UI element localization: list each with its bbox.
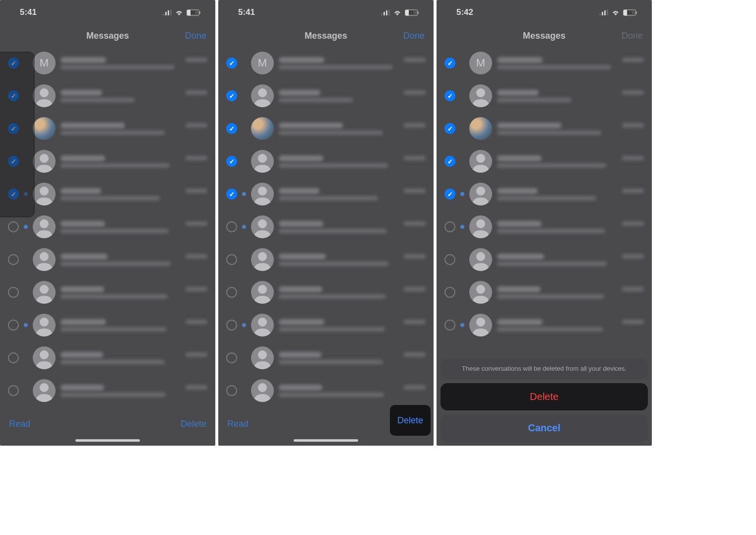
svg-rect-3 [170, 9, 172, 15]
selection-checkbox[interactable] [226, 254, 237, 265]
selection-checkbox[interactable] [8, 58, 19, 68]
selection-checkbox[interactable] [8, 352, 19, 363]
unread-indicator-icon [460, 225, 464, 229]
message-preview-blurred [61, 294, 168, 299]
conversation-row[interactable] [437, 178, 652, 210]
conversation-preview [279, 314, 428, 336]
selection-checkbox[interactable] [444, 287, 455, 298]
selection-checkbox[interactable] [226, 385, 237, 396]
conversation-row[interactable] [0, 210, 215, 243]
conversation-row[interactable] [437, 243, 652, 276]
selection-checkbox[interactable] [444, 189, 455, 200]
done-button[interactable]: Done [185, 31, 206, 41]
timestamp-blurred [186, 189, 207, 193]
avatar [251, 248, 274, 271]
conversation-row[interactable] [0, 309, 215, 341]
selection-checkbox[interactable] [226, 287, 237, 298]
selection-checkbox[interactable] [444, 58, 455, 68]
selection-checkbox[interactable] [444, 221, 455, 232]
svg-point-17 [258, 88, 267, 97]
conversation-row[interactable] [218, 243, 434, 276]
conversation-row[interactable] [437, 112, 652, 145]
conversation-row[interactable] [0, 145, 215, 178]
conversation-row[interactable] [0, 178, 215, 210]
message-preview-blurred [497, 98, 571, 102]
selection-checkbox[interactable] [226, 221, 237, 232]
unread-indicator-icon [24, 192, 28, 196]
conversation-preview [61, 183, 209, 205]
selection-checkbox[interactable] [8, 320, 19, 331]
delete-button[interactable]: Delete [181, 419, 206, 429]
conversation-row[interactable] [437, 309, 652, 341]
sheet-delete-button[interactable]: Delete [441, 383, 648, 410]
conversation-preview [61, 379, 209, 402]
conversation-preview [279, 215, 428, 238]
message-preview-blurred [61, 65, 175, 69]
conversation-row[interactable] [218, 79, 434, 112]
selection-checkbox[interactable] [8, 90, 19, 101]
conversation-row[interactable] [437, 276, 652, 309]
conversation-row[interactable] [437, 79, 652, 112]
contact-name-blurred [497, 155, 542, 161]
contact-name-blurred [61, 385, 104, 391]
conversation-row[interactable] [0, 79, 215, 112]
selection-checkbox[interactable] [226, 58, 237, 68]
home-indicator [75, 439, 140, 442]
selection-checkbox[interactable] [8, 123, 19, 134]
conversation-row[interactable] [218, 112, 434, 145]
conversation-row[interactable] [218, 341, 434, 374]
unread-indicator-icon [24, 225, 28, 229]
conversation-row[interactable] [218, 276, 434, 309]
selection-checkbox[interactable] [8, 221, 19, 232]
avatar [251, 84, 274, 107]
selection-checkbox[interactable] [226, 320, 237, 331]
timestamp-blurred [404, 254, 426, 259]
svg-point-5 [40, 154, 49, 163]
conversation-row[interactable] [218, 309, 434, 341]
conversation-row[interactable] [218, 178, 434, 210]
conversation-row[interactable]: M [0, 47, 215, 79]
selection-checkbox[interactable] [8, 156, 19, 167]
conversation-row[interactable]: M [437, 47, 652, 79]
selection-checkbox[interactable] [226, 189, 237, 200]
svg-rect-1 [165, 12, 167, 15]
selection-checkbox[interactable] [444, 254, 455, 265]
selection-checkbox[interactable] [444, 90, 455, 101]
selection-checkbox[interactable] [444, 156, 455, 167]
conversation-row[interactable] [0, 112, 215, 145]
selection-checkbox[interactable] [226, 90, 237, 101]
conversation-row[interactable] [437, 145, 652, 178]
conversation-row[interactable] [218, 210, 434, 243]
message-list: M [218, 47, 434, 407]
avatar [469, 150, 492, 173]
done-button[interactable]: Done [622, 31, 643, 41]
message-preview-blurred [279, 98, 353, 102]
timestamp-blurred [186, 123, 207, 128]
done-button[interactable]: Done [403, 31, 425, 41]
conversation-row[interactable] [0, 276, 215, 309]
conversation-row[interactable]: M [218, 47, 434, 79]
selection-checkbox[interactable] [8, 254, 19, 265]
selection-checkbox[interactable] [444, 123, 455, 134]
avatar [469, 215, 492, 238]
contact-name-blurred [279, 286, 322, 292]
read-button[interactable]: Read [227, 419, 249, 429]
read-button[interactable]: Read [9, 419, 30, 429]
selection-checkbox[interactable] [226, 352, 237, 363]
selection-checkbox[interactable] [8, 287, 19, 298]
conversation-preview [497, 314, 646, 336]
conversation-row[interactable] [0, 374, 215, 407]
battery-icon: 31 [405, 9, 419, 16]
conversation-row[interactable] [218, 145, 434, 178]
selection-checkbox[interactable] [444, 320, 455, 331]
conversation-row[interactable] [0, 243, 215, 276]
conversation-row[interactable] [218, 374, 434, 407]
selection-checkbox[interactable] [226, 123, 237, 134]
timestamp-blurred [622, 254, 644, 259]
selection-checkbox[interactable] [8, 385, 19, 396]
selection-checkbox[interactable] [8, 189, 19, 200]
selection-checkbox[interactable] [226, 156, 237, 167]
conversation-row[interactable] [0, 341, 215, 374]
sheet-cancel-button[interactable]: Cancel [441, 414, 648, 442]
conversation-row[interactable] [437, 210, 652, 243]
